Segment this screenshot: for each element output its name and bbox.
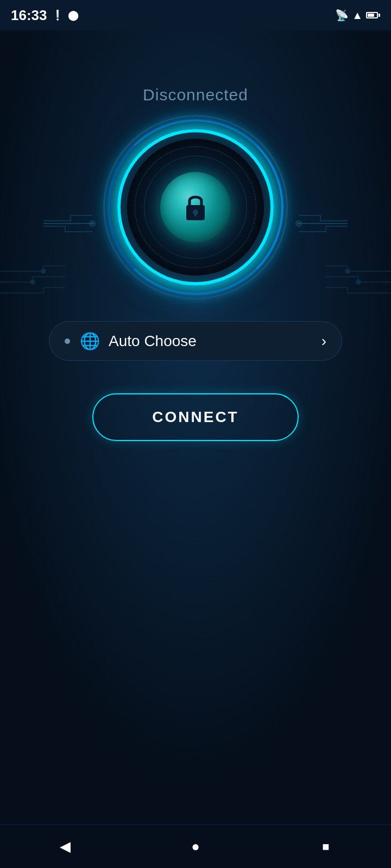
vpn-circle-area xyxy=(43,126,348,321)
home-button[interactable]: ● xyxy=(179,831,212,863)
wifi-icon: ▲ xyxy=(352,9,363,22)
speedometer-icon[interactable] xyxy=(355,37,376,62)
battery-icon xyxy=(366,12,380,18)
lock-icon xyxy=(182,191,209,224)
server-selector[interactable]: 🌐 Auto Choose › xyxy=(49,321,342,361)
svg-point-10 xyxy=(298,222,300,225)
status-time: 16:33 xyxy=(11,7,47,24)
nav-bar: ◀ ● ■ xyxy=(0,825,391,868)
vpn-power-circle[interactable] xyxy=(103,115,288,299)
server-label: Auto Choose xyxy=(109,333,321,350)
top-bar: HideMe xyxy=(0,30,391,69)
circuit-left xyxy=(43,196,109,251)
circle-icon: ⬤ xyxy=(68,9,79,21)
circuit-right xyxy=(282,196,348,251)
server-dot xyxy=(65,339,70,344)
svg-point-8 xyxy=(91,222,93,225)
chevron-right-icon: › xyxy=(321,333,326,350)
connection-status: Disconnected xyxy=(143,86,248,104)
svg-rect-13 xyxy=(194,212,197,216)
connect-button[interactable]: CONNECT xyxy=(92,393,299,441)
back-button[interactable]: ◀ xyxy=(49,831,81,863)
recents-button[interactable]: ■ xyxy=(310,831,342,863)
globe-icon: 🌐 xyxy=(80,331,100,350)
lock-power-button[interactable] xyxy=(160,172,231,242)
status-bar: 16:33 ❕ ⬤ 📡 ▲ xyxy=(0,0,391,30)
menu-button[interactable] xyxy=(15,45,30,55)
app-title-container: HideMe xyxy=(15,40,101,60)
cast-icon: 📡 xyxy=(335,9,349,22)
svg-point-6 xyxy=(364,47,367,49)
app-name: HideMe xyxy=(39,40,101,60)
main-content: Disconnected xyxy=(0,69,391,441)
notification-icon: ❕ xyxy=(52,9,64,21)
